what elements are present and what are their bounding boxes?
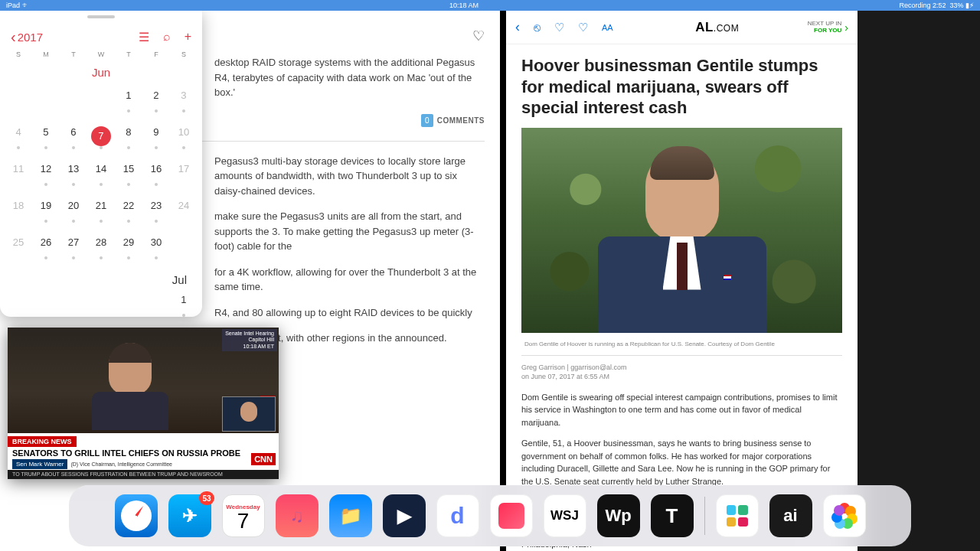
list-view-icon[interactable]: ☰ (139, 30, 149, 44)
calendar-day[interactable]: 7 (87, 122, 115, 158)
duet-app-icon[interactable]: d (436, 494, 479, 537)
calendar-day[interactable]: 17 (170, 158, 198, 195)
calendar-day[interactable]: 16 (142, 158, 170, 195)
photo-caption: Dom Gentile of Hoover is running as a Re… (521, 341, 842, 347)
files-app-icon[interactable]: 📁 (329, 494, 372, 537)
recording-indicator: Recording 2:52 (899, 2, 946, 9)
next-month-label: Jul (0, 269, 202, 289)
calendar-day[interactable]: 12 (32, 158, 60, 195)
news-app-header: ‹ ⎋ ♡ ♡ AA AL.COM NEXT UP IN FOR YOU › (506, 11, 858, 44)
battery-level: 33% (949, 2, 963, 9)
status-bar: iPad ᯤ 10:18 AM Recording 2:52 33% ▮⚡︎ (0, 0, 980, 11)
calendar-day[interactable]: 3 (170, 85, 198, 122)
back-icon[interactable]: ‹ (515, 19, 520, 35)
calendar-day[interactable]: 27 (60, 232, 87, 269)
wifi-icon: ᯤ (22, 2, 29, 9)
calendar-day[interactable]: 26 (32, 232, 60, 269)
nyt-app-icon[interactable]: T (651, 494, 694, 537)
search-icon[interactable]: ⌕ (163, 30, 171, 44)
share-icon[interactable]: ⎋ (534, 21, 541, 34)
calendar-day[interactable]: 6 (60, 122, 87, 158)
news-article[interactable]: Hoover businessman Gentile stumps for me… (506, 44, 858, 551)
calendar-day[interactable]: 23 (142, 195, 170, 232)
spark-app-icon[interactable]: ✈53 (168, 494, 211, 537)
split-divider[interactable] (500, 11, 506, 551)
calendar-slideover[interactable]: ‹2017 ☰ ⌕ + SMTWTFS Jun 1234567891011121… (0, 11, 202, 317)
text-size-icon[interactable]: AA (602, 23, 613, 32)
calendar-day[interactable]: 20 (60, 195, 87, 232)
save-icon[interactable]: ♡ (578, 21, 588, 34)
weekday-header: SMTWTFS (0, 51, 202, 58)
calendar-day[interactable]: 14 (87, 158, 115, 195)
calendar-grid-next[interactable]: 1 (0, 289, 202, 326)
status-time: 10:18 AM (29, 2, 900, 9)
publish-date: on June 07, 2017 at 6:55 AM (521, 373, 842, 380)
month-label: Jun (0, 66, 202, 79)
calendar-day[interactable]: 11 (5, 158, 32, 195)
infuse-app-icon[interactable]: ▶ (383, 494, 426, 537)
calendar-grid[interactable]: 1234567891011121314151617181920212223242… (0, 85, 202, 269)
article-photo (521, 128, 842, 333)
calendar-day[interactable]: 18 (5, 195, 32, 232)
safari-app-icon[interactable] (115, 494, 158, 537)
grabber-handle[interactable] (87, 15, 115, 18)
calendar-day[interactable] (60, 85, 87, 122)
publication-logo: AL.COM (627, 20, 808, 35)
wapo-app-icon[interactable]: Wp (597, 494, 640, 537)
calendar-day[interactable]: 25 (5, 232, 32, 269)
dock: ✈53 Wednesday7 📁 ▶ d WSJ Wp T ai (69, 485, 911, 546)
calendar-day[interactable]: 8 (115, 122, 142, 158)
calendar-day[interactable]: 13 (60, 158, 87, 195)
article-paragraph: Gentile, 51, a Hoover businessman, says … (521, 437, 842, 487)
next-up-button[interactable]: NEXT UP IN FOR YOU (808, 21, 842, 34)
calendar-day[interactable] (87, 85, 115, 122)
photos-app-icon[interactable] (823, 494, 866, 537)
chevron-left-icon: ‹ (11, 28, 16, 46)
calendar-day[interactable]: 4 (5, 122, 32, 158)
news-app-icon[interactable] (490, 494, 533, 537)
calendar-day[interactable]: 24 (170, 195, 198, 232)
calendar-day[interactable]: 1 (170, 289, 198, 326)
calendar-day[interactable]: 21 (87, 195, 115, 232)
calendar-day[interactable]: 2 (142, 85, 170, 122)
calendar-app-icon[interactable]: Wednesday7 (222, 494, 265, 537)
like-icon[interactable]: ♡ (554, 21, 564, 34)
ai-app-icon[interactable]: ai (769, 494, 812, 537)
calendar-day[interactable]: 15 (115, 158, 142, 195)
wsj-app-icon[interactable]: WSJ (544, 494, 586, 537)
video-location-tag: Senate Intel HearingCapitol Hill10:18 AM… (222, 329, 277, 351)
picture-in-picture-video[interactable]: Senate Intel HearingCapitol Hill10:18 AM… (8, 328, 279, 479)
calendar-day[interactable]: 28 (87, 232, 115, 269)
calendar-day[interactable]: 5 (32, 122, 60, 158)
add-event-icon[interactable]: + (185, 30, 191, 44)
badge: 53 (199, 491, 214, 505)
calendar-day[interactable]: 9 (142, 122, 170, 158)
calendar-day[interactable] (170, 232, 198, 269)
video-inset (222, 396, 276, 432)
calendar-day[interactable]: 22 (115, 195, 142, 232)
byline: Greg Garrison | ggarrison@al.com (521, 364, 842, 371)
dock-separator (704, 497, 705, 535)
music-app-icon[interactable] (276, 494, 318, 537)
slack-app-icon[interactable] (716, 494, 759, 537)
lower-third: BREAKING NEWS SENATORS TO GRILL INTEL CH… (8, 433, 279, 479)
calendar-day[interactable]: 30 (142, 232, 170, 269)
favorite-icon[interactable]: ♡ (472, 28, 485, 44)
article-title: Hoover businessman Gentile stumps for me… (521, 55, 842, 119)
article-paragraph: Dom Gentile is swearing off special inte… (521, 391, 842, 429)
calendar-day[interactable] (5, 85, 32, 122)
chevron-right-icon[interactable]: › (844, 21, 848, 34)
news-ticker: TO TRUMP ABOUT SESSIONS FRUSTRATION BETW… (8, 470, 279, 479)
calendar-back-button[interactable]: ‹2017 (11, 28, 43, 46)
calendar-day[interactable]: 29 (115, 232, 142, 269)
calendar-day[interactable] (32, 85, 60, 122)
calendar-day[interactable]: 10 (170, 122, 198, 158)
right-split-pane: ‹ ⎋ ♡ ♡ AA AL.COM NEXT UP IN FOR YOU › H… (506, 11, 858, 551)
calendar-day[interactable]: 19 (32, 195, 60, 232)
calendar-day[interactable]: 1 (115, 85, 142, 122)
device-label: iPad (6, 2, 20, 9)
network-logo: CNN (251, 453, 276, 465)
left-split-pane: ‹ ♡ desktop RAID storage systems with th… (0, 11, 500, 551)
